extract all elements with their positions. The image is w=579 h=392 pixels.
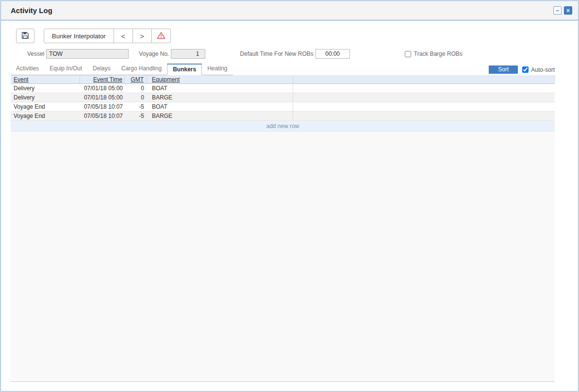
minimize-button[interactable]: −: [553, 6, 562, 15]
save-icon: [21, 32, 29, 41]
cell-equipment[interactable]: BARGE: [147, 93, 293, 102]
voyage-no-label: Voyage No.: [139, 50, 169, 57]
sort-controls: Sort Auto-sort: [489, 65, 555, 75]
chevron-right-icon: >: [140, 32, 144, 40]
cell-event[interactable]: Voyage End: [11, 102, 80, 111]
tab-activities[interactable]: Activities: [11, 64, 44, 75]
cell-gmt[interactable]: 0: [125, 93, 147, 102]
activity-log-window: Activity Log − × Bunker Interpolator: [0, 0, 579, 392]
autosort-label: Auto-sort: [531, 66, 555, 73]
cell-event[interactable]: Voyage End: [11, 112, 80, 120]
bunker-interpolator-button[interactable]: Bunker Interpolator: [44, 29, 114, 43]
grid-empty-area: [11, 131, 555, 381]
cell-filler: [293, 93, 555, 102]
vessel-field[interactable]: [46, 49, 129, 59]
tabs: Activities Equip In/Out Delays Cargo Han…: [11, 64, 233, 75]
tab-bar: Activities Equip In/Out Delays Cargo Han…: [11, 65, 555, 75]
autosort-group: Auto-sort: [522, 66, 555, 73]
column-header-gmt[interactable]: GMT: [125, 75, 147, 83]
track-barge-label: Track Barge ROBs: [414, 50, 463, 57]
warning-button[interactable]: [151, 29, 171, 43]
default-time-label: Default Time For New ROBs: [240, 50, 313, 57]
cell-event[interactable]: Delivery: [11, 93, 80, 102]
cell-filler: [293, 102, 555, 111]
tab-cargo-handling[interactable]: Cargo Handling: [116, 64, 167, 75]
close-button[interactable]: ×: [564, 6, 572, 15]
table-row[interactable]: Voyage End 07/05/18 10:07 -5 BARGE: [11, 112, 555, 121]
tab-equip-in-out[interactable]: Equip In/Out: [44, 64, 87, 75]
table-row[interactable]: Delivery 07/01/18 05:00 0 BARGE: [11, 93, 555, 102]
previous-button[interactable]: <: [114, 29, 133, 43]
autosort-checkbox[interactable]: [522, 66, 529, 73]
cell-event-time[interactable]: 07/05/18 10:07: [80, 112, 125, 120]
cell-event-time[interactable]: 07/01/18 05:00: [80, 93, 125, 102]
tab-delays[interactable]: Delays: [87, 64, 116, 75]
column-header-equipment[interactable]: Equipment: [147, 75, 293, 83]
column-header-event-time[interactable]: Event Time: [80, 75, 125, 83]
tab-bunkers[interactable]: Bunkers: [167, 64, 202, 75]
header-form: Vessel Voyage No. Default Time For New R…: [1, 49, 578, 59]
track-barge-group: Track Barge ROBs: [405, 50, 463, 57]
cell-gmt[interactable]: 0: [125, 84, 147, 93]
cell-equipment[interactable]: BOAT: [147, 84, 293, 93]
tab-heating[interactable]: Heating: [202, 64, 232, 75]
cell-gmt[interactable]: -5: [125, 102, 147, 111]
vessel-label: Vessel: [27, 50, 44, 57]
cell-event-time[interactable]: 07/05/18 10:07: [80, 102, 125, 111]
table-row[interactable]: Delivery 07/01/18 05:00 0 BOAT: [11, 84, 555, 93]
default-time-field[interactable]: [315, 49, 350, 59]
page-title: Activity Log: [11, 6, 52, 15]
cell-filler: [293, 84, 555, 93]
nav-button-group: Bunker Interpolator < >: [44, 29, 171, 43]
voyage-no-field[interactable]: [171, 49, 205, 59]
toolbar: Bunker Interpolator < >: [16, 29, 578, 43]
add-new-row-link[interactable]: add new row: [11, 121, 555, 131]
minimize-icon: −: [556, 8, 559, 14]
track-barge-checkbox[interactable]: [405, 51, 411, 57]
chevron-left-icon: <: [121, 32, 125, 40]
title-bar: Activity Log − ×: [1, 1, 578, 20]
bunkers-grid: Event Event Time GMT Equipment Delivery …: [11, 75, 555, 382]
column-header-filler: [293, 75, 555, 83]
save-button[interactable]: [16, 29, 34, 43]
column-header-event[interactable]: Event: [11, 75, 80, 83]
sort-button[interactable]: Sort: [489, 65, 518, 74]
next-button[interactable]: >: [132, 29, 152, 43]
window-controls: − ×: [553, 6, 572, 15]
grid-header-row: Event Event Time GMT Equipment: [11, 75, 555, 84]
cell-gmt[interactable]: -5: [125, 112, 147, 120]
warning-icon: [157, 32, 165, 41]
cell-filler: [293, 112, 555, 120]
cell-equipment[interactable]: BOAT: [147, 102, 293, 111]
table-row[interactable]: Voyage End 07/05/18 10:07 -5 BOAT: [11, 102, 555, 112]
cell-event-time[interactable]: 07/01/18 05:00: [80, 84, 125, 93]
close-icon: ×: [566, 8, 570, 14]
cell-equipment[interactable]: BARGE: [147, 112, 293, 120]
cell-event[interactable]: Delivery: [11, 84, 80, 93]
